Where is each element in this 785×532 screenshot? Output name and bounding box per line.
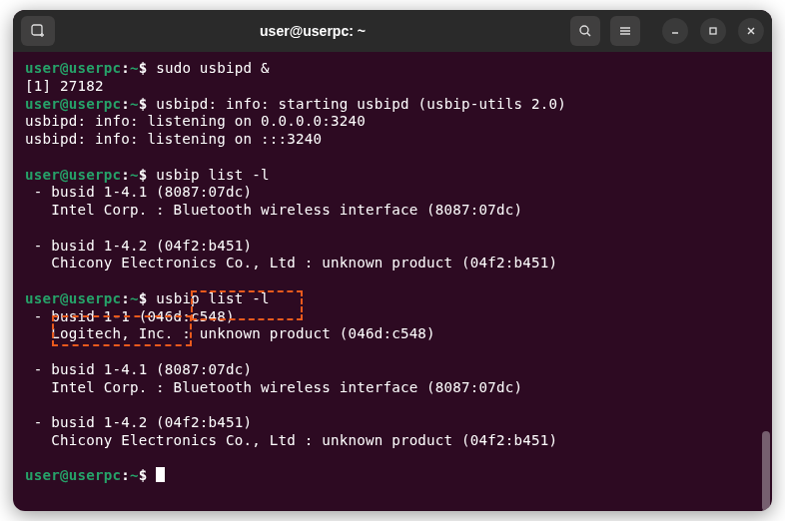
prompt-line: user@userpc:~$ usbipd: info: starting us… <box>25 96 760 114</box>
terminal-window: user@userpc: ~ user@userpc:~$ sudo usbip… <box>13 10 772 511</box>
prompt-line: user@userpc:~$ usbip list -l <box>25 290 760 308</box>
prompt-sep: : <box>121 290 130 306</box>
svg-point-3 <box>580 26 588 34</box>
prompt-line: user@userpc:~$ <box>25 467 760 485</box>
blank-line <box>25 220 760 238</box>
output-line: - busid 1-4.2 (04f2:b451) <box>25 238 760 256</box>
window-controls <box>662 18 764 44</box>
command-text: usbip list -l <box>156 290 270 306</box>
blank-line <box>25 149 760 167</box>
close-button[interactable] <box>738 18 764 44</box>
output-line: usbipd: info: listening on :::3240 <box>25 131 760 149</box>
prompt-end: $ <box>139 467 156 483</box>
prompt-user: user@userpc <box>25 290 121 306</box>
new-tab-button[interactable] <box>21 16 55 46</box>
new-tab-icon <box>30 23 46 39</box>
output-line: - busid 1-4.2 (04f2:b451) <box>25 414 760 432</box>
prompt-end: $ <box>139 290 156 306</box>
close-icon <box>745 25 757 37</box>
svg-rect-0 <box>32 25 42 35</box>
prompt-user: user@userpc <box>25 167 121 183</box>
maximize-icon <box>707 25 719 37</box>
prompt-sep: : <box>121 167 130 183</box>
prompt-line: user@userpc:~$ sudo usbipd & <box>25 60 760 78</box>
output-line: - busid 1-1 (046d:c548) <box>25 308 760 326</box>
prompt-user: user@userpc <box>25 467 121 483</box>
search-button[interactable] <box>570 16 600 46</box>
minimize-icon <box>669 25 681 37</box>
prompt-end: $ <box>139 60 156 76</box>
maximize-button[interactable] <box>700 18 726 44</box>
output-line: - busid 1-4.1 (8087:07dc) <box>25 361 760 379</box>
prompt-user: user@userpc <box>25 96 121 112</box>
prompt-end: $ <box>139 96 156 112</box>
command-text: usbip list -l <box>156 167 270 183</box>
svg-line-4 <box>587 33 590 36</box>
blank-line <box>25 343 760 361</box>
output-text: usbipd: info: starting usbipd (usbip-uti… <box>156 96 566 112</box>
prompt-path: ~ <box>130 60 139 76</box>
output-line: Logitech, Inc. : unknown product (046d:c… <box>25 325 760 343</box>
prompt-sep: : <box>121 60 130 76</box>
blank-line <box>25 272 760 290</box>
blank-line <box>25 396 760 414</box>
output-line: Chicony Electronics Co., Ltd : unknown p… <box>25 432 760 450</box>
terminal-content[interactable]: user@userpc:~$ sudo usbipd & [1] 27182 u… <box>13 52 772 511</box>
output-line: [1] 27182 <box>25 78 760 96</box>
output-line: usbipd: info: listening on 0.0.0.0:3240 <box>25 113 760 131</box>
output-line: - busid 1-4.1 (8087:07dc) <box>25 184 760 202</box>
prompt-path: ~ <box>130 290 139 306</box>
search-icon <box>578 24 592 38</box>
command-text: sudo usbipd & <box>156 60 270 76</box>
svg-rect-9 <box>710 28 716 34</box>
title-actions <box>570 16 640 46</box>
prompt-sep: : <box>121 467 130 483</box>
prompt-sep: : <box>121 96 130 112</box>
minimize-button[interactable] <box>662 18 688 44</box>
prompt-path: ~ <box>130 467 139 483</box>
prompt-user: user@userpc <box>25 60 121 76</box>
blank-line <box>25 450 760 468</box>
prompt-line: user@userpc:~$ usbip list -l <box>25 167 760 185</box>
output-line: Intel Corp. : Bluetooth wireless interfa… <box>25 202 760 220</box>
menu-button[interactable] <box>610 16 640 46</box>
hamburger-icon <box>618 24 632 38</box>
prompt-path: ~ <box>130 96 139 112</box>
output-line: Intel Corp. : Bluetooth wireless interfa… <box>25 379 760 397</box>
window-title: user@userpc: ~ <box>63 23 562 39</box>
cursor <box>156 467 165 482</box>
prompt-path: ~ <box>130 167 139 183</box>
titlebar: user@userpc: ~ <box>13 10 772 52</box>
prompt-end: $ <box>139 167 156 183</box>
scrollbar-thumb[interactable] <box>762 431 770 511</box>
output-line: Chicony Electronics Co., Ltd : unknown p… <box>25 255 760 272</box>
